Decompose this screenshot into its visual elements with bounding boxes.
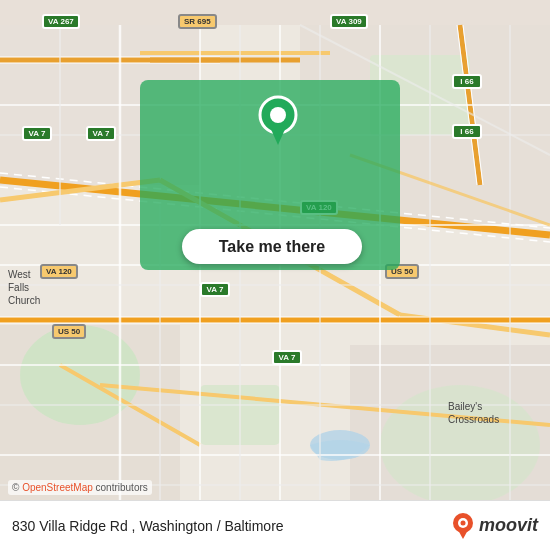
osm-attribution: © OpenStreetMap contributors [8, 480, 152, 495]
svg-marker-52 [270, 127, 286, 145]
location-pin [258, 95, 298, 145]
shield-va7-left: VA 7 [22, 126, 52, 141]
shield-va120-2: I 66 [452, 124, 482, 139]
bottom-bar: 830 Villa Ridge Rd , Washington / Baltim… [0, 500, 550, 550]
shield-va267: VA 267 [42, 14, 80, 29]
shield-sr649: US 50 [52, 324, 86, 339]
moovit-pin-icon [451, 512, 475, 540]
shield-va120-1: I 66 [452, 74, 482, 89]
address-section: 830 Villa Ridge Rd , Washington / Baltim… [12, 517, 284, 535]
moovit-brand-name: moovit [479, 515, 538, 536]
osm-contrib: contributors [93, 482, 148, 493]
moovit-logo: moovit [451, 512, 538, 540]
shield-va7-bottom: VA 7 [272, 350, 302, 365]
map-container: VA 267 SR 695 VA 309 VA 7 VA 7 I 66 I 66… [0, 0, 550, 550]
address-region: Washington / Baltimore [139, 518, 283, 534]
shield-sr695: SR 695 [178, 14, 217, 29]
osm-copyright: © [12, 482, 22, 493]
take-me-there-button[interactable]: Take me there [182, 229, 362, 264]
shield-us50-left: VA 120 [40, 264, 78, 279]
osm-link[interactable]: OpenStreetMap [22, 482, 93, 493]
svg-point-51 [270, 107, 286, 123]
svg-point-56 [460, 520, 465, 525]
shield-va309: VA 309 [330, 14, 368, 29]
svg-marker-54 [458, 530, 468, 539]
label-baileys-crossroads: Bailey'sCrossroads [448, 400, 499, 426]
label-west-falls-church: WestFallsChurch [8, 268, 40, 307]
street-address: 830 Villa Ridge Rd [12, 518, 128, 534]
shield-va7-center: VA 7 [200, 282, 230, 297]
address-text: 830 Villa Ridge Rd , Washington / Baltim… [12, 518, 284, 534]
shield-i66-left: VA 7 [86, 126, 116, 141]
